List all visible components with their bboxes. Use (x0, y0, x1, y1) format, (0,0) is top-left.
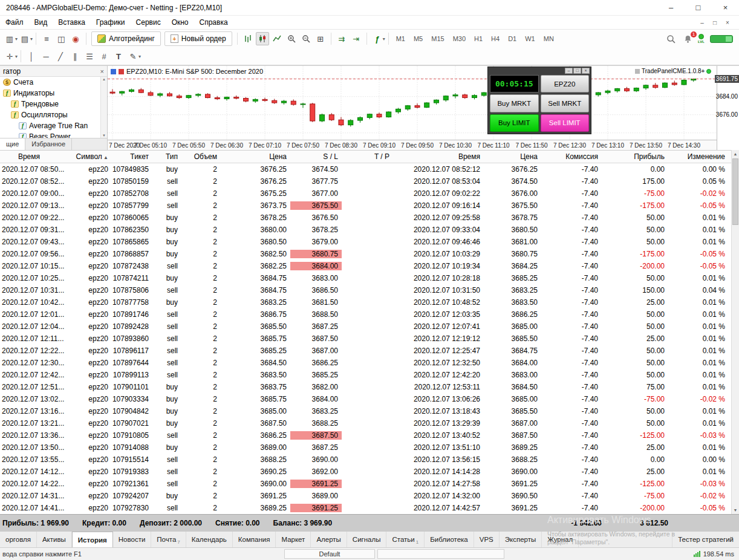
column-header[interactable]: Цена (221, 152, 290, 161)
history-row[interactable]: 2020.12.07 12:42...epz20107899113sell236… (0, 369, 731, 381)
timeframe-h1[interactable]: H1 (470, 34, 487, 44)
indicators-icon[interactable]: ƒ (371, 32, 384, 45)
new-chart-caret-icon[interactable]: ▾ (15, 36, 18, 42)
chart-restore-icon[interactable]: □ (709, 18, 720, 27)
column-header[interactable]: Изменение (668, 152, 729, 161)
search-icon[interactable] (664, 32, 677, 45)
tab-орговля[interactable]: орговля (0, 532, 37, 547)
navigator-tab[interactable]: щие (0, 138, 25, 150)
scroll-down-icon[interactable]: ▼ (102, 134, 106, 137)
column-header[interactable]: S / L (290, 152, 342, 161)
timeframe-d1[interactable]: D1 (504, 34, 521, 44)
history-row[interactable]: 2020.12.07 13:50...epz20107914088buy2368… (0, 441, 731, 454)
tab-календарь[interactable]: Календарь (186, 532, 233, 547)
history-row[interactable]: 2020.12.07 09:43...epz20107865865buy2368… (0, 236, 731, 248)
tab-журнал[interactable]: Журнал (542, 532, 579, 547)
panel-restore-icon[interactable]: □ (573, 68, 581, 74)
tile-windows-icon[interactable]: ⊞ (314, 32, 327, 45)
tab-компания[interactable]: Компания (233, 532, 276, 547)
scroll-thumb[interactable] (732, 158, 738, 225)
horizontal-line-icon[interactable]: ─ (39, 50, 53, 63)
column-header[interactable]: Прибыль (602, 152, 668, 161)
new-chart-icon[interactable]: ▥ (3, 32, 16, 45)
history-row[interactable]: 2020.12.07 14:41...epz20107927830sell236… (0, 502, 731, 514)
history-row[interactable]: 2020.12.07 09:13...epz20107857799sell236… (0, 200, 731, 212)
history-row[interactable]: 2020.12.07 08:50...epz20107849835buy2367… (0, 163, 731, 175)
scroll-down-icon[interactable]: ▼ (732, 506, 739, 514)
profiles-caret-icon[interactable]: ▾ (30, 36, 33, 42)
history-row[interactable]: 2020.12.07 12:11...epz20107893860sell236… (0, 333, 731, 345)
profiles-icon[interactable]: ▤ (18, 32, 31, 45)
zoom-in-icon[interactable] (285, 32, 298, 45)
market-watch-icon[interactable]: ≡ (40, 32, 53, 45)
navigator-item[interactable]: $Счета (0, 77, 100, 88)
notifications-bell-icon[interactable]: 1 (683, 34, 692, 44)
symbol-button[interactable]: EPZ20 (541, 75, 590, 93)
close-window-icon[interactable]: × (712, 0, 739, 15)
menu-item[interactable]: Файл (0, 16, 29, 28)
column-header[interactable]: Цена (484, 152, 541, 161)
tab-активы[interactable]: Активы (37, 532, 72, 547)
navigator-item[interactable]: ƒИндикаторы (0, 88, 100, 99)
chart-time-axis[interactable]: 7 Dec 20207 Dec 05:107 Dec 05:507 Dec 06… (108, 140, 717, 151)
tab-почта[interactable]: Почта7 (151, 532, 186, 547)
shapes-caret-icon[interactable]: ▾ (138, 54, 141, 59)
navigator-scrollbar[interactable]: ▲ ▼ (100, 77, 107, 138)
column-header[interactable]: Символ ▲ (62, 152, 112, 161)
history-row[interactable]: 2020.12.07 12:51...epz20107901101buy2368… (0, 381, 731, 393)
algo-trading-button[interactable]: Алготрейдинг (91, 31, 161, 46)
tab-vps[interactable]: VPS (474, 532, 500, 547)
channel-icon[interactable]: ∥ (68, 50, 82, 63)
panel-minimize-icon[interactable]: – (565, 68, 573, 74)
navigator-item[interactable]: ƒAverage True Ran (0, 120, 100, 131)
indicators-caret-icon[interactable]: ▾ (383, 36, 385, 42)
chart-plot-area[interactable] (108, 66, 717, 140)
table-scrollbar[interactable]: ▲ ▼ (731, 150, 739, 514)
navigator-item[interactable]: ƒТрендовые (0, 99, 100, 109)
history-row[interactable]: 2020.12.07 14:12...epz20107919383sell236… (0, 466, 731, 478)
history-row[interactable]: 2020.12.07 13:02...epz20107903334buy2368… (0, 393, 731, 405)
scroll-up-icon[interactable]: ▲ (102, 77, 106, 81)
panel-close-icon[interactable]: × (582, 68, 590, 74)
sell-limit-button[interactable]: Sell LIMIT (541, 114, 590, 132)
crosshair-caret-icon[interactable]: ▾ (15, 54, 18, 59)
crosshair-icon[interactable]: ✛ (3, 50, 16, 63)
timeframe-mn[interactable]: MN (539, 34, 558, 44)
sell-market-button[interactable]: Sell MRKT (541, 94, 590, 112)
autoscroll-icon[interactable]: ⇉ (335, 32, 348, 45)
history-row[interactable]: 2020.12.07 12:22...epz20107896117sell236… (0, 345, 731, 357)
history-row[interactable]: 2020.12.07 13:21...epz20107907021buy2368… (0, 417, 731, 429)
history-row[interactable]: 2020.12.07 09:22...epz20107860065buy2367… (0, 212, 731, 224)
history-row[interactable]: 2020.12.07 13:36...epz20107910805sell236… (0, 429, 731, 441)
buy-market-button[interactable]: Buy MRKT (490, 94, 539, 112)
menu-item[interactable]: Вид (29, 16, 53, 28)
new-order-button[interactable]: + Новый ордер (164, 31, 232, 46)
column-header[interactable]: Тип (152, 152, 181, 161)
timeframe-m15[interactable]: M15 (427, 34, 448, 44)
column-header[interactable]: T / P (342, 152, 393, 161)
history-row[interactable]: 2020.12.07 13:55...epz20107915514sell236… (0, 454, 731, 466)
lvl-icon[interactable]: LVL (698, 34, 705, 44)
tab-статьи[interactable]: Статьи1 (386, 532, 425, 547)
text-label-icon[interactable]: T (112, 50, 125, 63)
history-row[interactable]: 2020.12.07 10:25...epz20107874211buy2368… (0, 272, 731, 284)
tab-strategy-tester[interactable]: Тестер стратегий (672, 532, 739, 547)
tab-алерты[interactable]: Алерты (311, 532, 347, 547)
history-row[interactable]: 2020.12.07 10:15...epz20107872438sell236… (0, 260, 731, 272)
tab-сигналы[interactable]: Сигналы (347, 532, 387, 547)
bars-style-icon[interactable] (241, 32, 255, 45)
column-header[interactable]: Время (0, 152, 62, 161)
history-row[interactable]: 2020.12.07 09:00...epz20107852708sell236… (0, 187, 731, 200)
history-row[interactable]: 2020.12.07 12:04...epz20107892428sell236… (0, 321, 731, 333)
timeframe-m5[interactable]: M5 (409, 34, 427, 44)
tab-новости[interactable]: Новости (113, 532, 152, 547)
buy-limit-button[interactable]: Buy LIMIT (490, 114, 539, 132)
profile-selector[interactable]: Default (284, 549, 375, 559)
chart-window[interactable]: EPZ20,M10: E-Mini S&P 500: December 2020… (108, 65, 739, 150)
tab-библиотека[interactable]: Библиотека (425, 532, 474, 547)
scroll-up-icon[interactable]: ▲ (732, 150, 739, 158)
tab-история[interactable]: История (72, 532, 113, 547)
vertical-line-icon[interactable]: │ (25, 50, 38, 63)
candles-style-icon[interactable] (256, 32, 269, 45)
navigator-item[interactable]: ƒBears Power (0, 131, 100, 138)
